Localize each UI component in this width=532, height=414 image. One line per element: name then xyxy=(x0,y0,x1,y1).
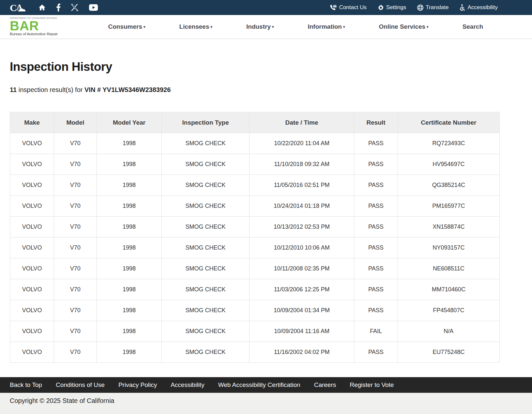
gear-icon xyxy=(378,5,384,11)
result-count: 11 xyxy=(10,86,17,93)
cell-inspection-type: SMOG CHECK xyxy=(162,133,250,154)
cell-certificate-number: HV954697C xyxy=(398,154,499,175)
table-row: VOLVOV701998SMOG CHECK11/03/2006 12:25 P… xyxy=(10,279,500,300)
site-footer: Back to TopConditions of UsePrivacy Poli… xyxy=(0,377,532,414)
ca-gov-logo[interactable]: C A xyxy=(10,2,28,13)
cell-make: VOLVO xyxy=(10,175,54,196)
globe-icon xyxy=(417,5,423,11)
cell-result: PASS xyxy=(354,217,398,238)
results-summary: 11 inspection result(s) for VIN # YV1LW5… xyxy=(10,86,532,94)
accessibility-link[interactable]: Accessibility xyxy=(460,4,498,11)
chevron-down-icon: ▾ xyxy=(210,25,212,29)
cell-result: PASS xyxy=(354,258,398,279)
result-text: inspection result(s) for xyxy=(17,86,84,93)
cell-date-time: 10/11/2008 02:35 PM xyxy=(249,258,354,279)
cell-inspection-type: SMOG CHECK xyxy=(162,217,250,238)
cell-model-year: 1998 xyxy=(97,300,162,321)
cell-date-time: 11/05/2016 02:51 PM xyxy=(249,175,354,196)
cell-make: VOLVO xyxy=(10,196,54,217)
footer-link-accessibility[interactable]: Accessibility xyxy=(171,381,204,389)
utility-bar: C A xyxy=(0,0,532,15)
table-row: VOLVOV701998SMOG CHECK10/09/2004 01:34 P… xyxy=(10,300,500,321)
column-header-result: Result xyxy=(354,112,398,133)
column-header-certificate-number: Certificate Number xyxy=(398,112,499,133)
cell-result: PASS xyxy=(354,154,398,175)
page-title: Inspection History xyxy=(10,38,532,74)
column-header-model-year: Model Year xyxy=(97,112,162,133)
cell-result: PASS xyxy=(354,196,398,217)
translate-link[interactable]: Translate xyxy=(417,4,448,11)
chevron-down-icon: ▾ xyxy=(427,25,429,29)
facebook-icon[interactable] xyxy=(56,4,60,11)
cell-date-time: 10/24/2014 01:18 PM xyxy=(249,196,354,217)
cell-model: V70 xyxy=(54,238,97,258)
chevron-down-icon: ▾ xyxy=(144,25,145,29)
copyright-text: Copyright © 2025 State of California xyxy=(0,393,532,414)
cell-model-year: 1998 xyxy=(97,321,162,342)
footer-link-privacy-policy[interactable]: Privacy Policy xyxy=(118,381,157,389)
cell-make: VOLVO xyxy=(10,133,54,154)
chevron-down-icon: ▾ xyxy=(343,25,345,29)
cell-result: PASS xyxy=(354,238,398,258)
settings-link[interactable]: Settings xyxy=(378,4,406,11)
cell-inspection-type: SMOG CHECK xyxy=(162,154,250,175)
footer-links: Back to TopConditions of UsePrivacy Poli… xyxy=(0,377,532,393)
nav-item-online-services[interactable]: Online Services▾ xyxy=(379,23,429,30)
footer-link-back-to-top[interactable]: Back to Top xyxy=(10,381,42,389)
translate-label: Translate xyxy=(426,4,448,11)
nav-item-industry[interactable]: Industry▾ xyxy=(246,23,274,30)
cell-model-year: 1998 xyxy=(97,175,162,196)
settings-label: Settings xyxy=(386,4,406,11)
table-row: VOLVOV701998SMOG CHECK10/13/2012 02:53 P… xyxy=(10,217,500,238)
nav-item-licensees[interactable]: Licensees▾ xyxy=(179,23,212,30)
youtube-icon[interactable] xyxy=(89,4,98,11)
column-header-inspection-type: Inspection Type xyxy=(162,112,250,133)
table-row: VOLVOV701998SMOG CHECK11/16/2002 04:02 P… xyxy=(10,342,500,363)
footer-link-register-to-vote[interactable]: Register to Vote xyxy=(350,381,394,389)
table-row: VOLVOV701998SMOG CHECK10/12/2010 10:06 A… xyxy=(10,238,500,258)
nav-item-information[interactable]: Information▾ xyxy=(308,23,345,30)
table-row: VOLVOV701998SMOG CHECK11/10/2018 09:32 A… xyxy=(10,154,500,175)
cell-model-year: 1998 xyxy=(97,217,162,238)
footer-link-careers[interactable]: Careers xyxy=(314,381,336,389)
cell-model: V70 xyxy=(54,133,97,154)
cell-certificate-number: N/A xyxy=(398,321,499,342)
cell-model: V70 xyxy=(54,342,97,363)
cell-inspection-type: SMOG CHECK xyxy=(162,279,250,300)
cell-model: V70 xyxy=(54,321,97,342)
cell-date-time: 10/13/2012 02:53 PM xyxy=(249,217,354,238)
cell-model: V70 xyxy=(54,175,97,196)
footer-link-conditions-of-use[interactable]: Conditions of Use xyxy=(56,381,105,389)
chevron-down-icon: ▾ xyxy=(272,25,274,29)
nav-item-search[interactable]: Search xyxy=(463,23,483,30)
cell-make: VOLVO xyxy=(10,342,54,363)
cell-result: PASS xyxy=(354,279,398,300)
cell-inspection-type: SMOG CHECK xyxy=(162,238,250,258)
cell-certificate-number: PM165977C xyxy=(398,196,499,217)
cell-model: V70 xyxy=(54,300,97,321)
x-twitter-icon[interactable] xyxy=(71,4,79,11)
social-links: C A xyxy=(10,2,98,13)
cell-model-year: 1998 xyxy=(97,238,162,258)
contact-us-link[interactable]: Contact Us xyxy=(330,4,367,11)
cell-make: VOLVO xyxy=(10,279,54,300)
utility-links: Contact Us Settings Translate xyxy=(330,4,498,11)
accessibility-label: Accessibility xyxy=(467,4,498,11)
cell-result: PASS xyxy=(354,300,398,321)
cell-date-time: 11/10/2018 09:32 AM xyxy=(249,154,354,175)
wheelchair-icon xyxy=(460,4,465,11)
table-row: VOLVOV701998SMOG CHECK11/05/2016 02:51 P… xyxy=(10,175,500,196)
footer-link-web-accessibility-certification[interactable]: Web Accessibility Certification xyxy=(218,381,300,389)
cell-date-time: 11/16/2002 04:02 PM xyxy=(249,342,354,363)
cell-result: PASS xyxy=(354,133,398,154)
table-header-row: MakeModelModel YearInspection TypeDate /… xyxy=(10,112,500,133)
contact-icon xyxy=(330,5,337,10)
home-icon[interactable] xyxy=(38,4,46,11)
column-header-model: Model xyxy=(54,112,97,133)
cell-make: VOLVO xyxy=(10,154,54,175)
cell-date-time: 10/09/2004 01:34 PM xyxy=(249,300,354,321)
cell-certificate-number: NY093157C xyxy=(398,238,499,258)
nav-item-consumers[interactable]: Consumers▾ xyxy=(108,23,145,30)
bar-logo[interactable]: DEPARTMENT OF CONSUMER AFFAIRS BAR Burea… xyxy=(10,17,58,36)
cell-inspection-type: SMOG CHECK xyxy=(162,342,250,363)
